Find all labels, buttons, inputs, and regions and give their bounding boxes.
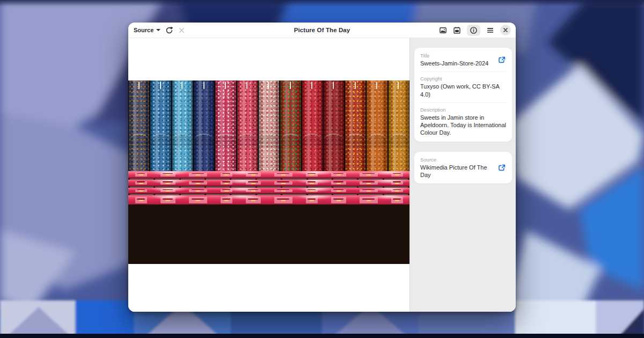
refresh-button[interactable]	[165, 26, 173, 34]
refresh-icon	[165, 26, 173, 34]
label-text-mark	[163, 189, 173, 190]
price-label	[160, 197, 175, 203]
tube-glass-reflection	[389, 80, 409, 171]
title-label: Title	[420, 53, 494, 58]
price-digits-mark	[395, 190, 399, 192]
shelf-row	[128, 186, 409, 193]
tube-glass-reflection	[194, 80, 214, 171]
calendar-button[interactable]	[453, 26, 461, 34]
price-digits-mark	[139, 183, 143, 184]
price-digits-mark	[336, 190, 341, 192]
price-digits-mark	[251, 200, 255, 201]
price-digits-mark	[251, 190, 255, 192]
tube-glass-reflection	[324, 80, 344, 171]
label-text-mark	[163, 199, 173, 200]
ceiling-light-glint	[311, 82, 312, 89]
open-title-link-button[interactable]	[497, 56, 506, 64]
open-source-link-button[interactable]	[497, 164, 506, 172]
label-text-mark	[192, 189, 204, 190]
price-label	[274, 173, 292, 177]
candy-tube	[215, 80, 236, 171]
candy-tube	[259, 80, 279, 171]
label-text-mark	[137, 181, 145, 182]
label-text-mark	[333, 181, 344, 182]
price-digits-mark	[281, 200, 286, 201]
price-digits-mark	[336, 200, 341, 201]
price-label	[306, 197, 318, 203]
price-digits-mark	[336, 174, 341, 175]
price-digits-mark	[196, 200, 200, 201]
price-label	[331, 189, 346, 192]
price-label	[160, 173, 175, 177]
source-value: Wikimedia Picture Of The Day	[420, 164, 494, 179]
label-text-mark	[362, 181, 375, 182]
source-dropdown-button[interactable]: Source	[134, 27, 160, 33]
candy-tube	[302, 80, 323, 171]
price-label	[360, 181, 378, 185]
tube-glass-reflection	[172, 80, 193, 171]
price-label	[274, 197, 292, 203]
window-close-button[interactable]	[500, 25, 511, 35]
price-digits-mark	[251, 174, 255, 175]
price-label	[246, 197, 261, 203]
label-text-mark	[308, 189, 316, 190]
price-digits-mark	[166, 174, 170, 175]
source-dropdown-label: Source	[134, 27, 153, 33]
label-text-mark	[248, 199, 259, 200]
ceiling-light-glint	[203, 82, 204, 89]
price-label	[274, 181, 292, 185]
close-icon	[503, 27, 508, 33]
shelf-row	[128, 178, 409, 186]
price-digits-mark	[251, 183, 255, 184]
label-text-mark	[393, 181, 401, 182]
price-digits-mark	[139, 190, 143, 192]
price-digits-mark	[139, 174, 143, 175]
candy-tube	[280, 80, 301, 171]
price-digits-mark	[367, 200, 371, 201]
label-text-mark	[222, 173, 230, 174]
label-text-mark	[308, 181, 316, 182]
price-label	[331, 173, 346, 177]
price-label	[246, 173, 261, 177]
candy-tube	[324, 80, 344, 171]
info-button[interactable]	[467, 25, 480, 36]
shelf-price-strip	[128, 188, 409, 193]
price-label	[221, 189, 232, 192]
label-text-mark	[393, 189, 401, 190]
info-icon	[470, 26, 478, 34]
label-text-mark	[222, 189, 230, 190]
label-text-mark	[333, 173, 344, 174]
label-text-mark	[277, 189, 290, 190]
price-label	[189, 197, 207, 203]
label-text-mark	[277, 199, 290, 200]
ceiling-light-glint	[376, 82, 377, 89]
price-digits-mark	[224, 183, 229, 184]
price-digits-mark	[395, 183, 399, 184]
picture-of-the-day-window: Source Picture Of The Day	[128, 23, 516, 312]
price-digits-mark	[224, 190, 229, 192]
tube-glass-reflection	[259, 80, 279, 171]
price-digits-mark	[310, 174, 314, 175]
price-label	[331, 197, 346, 203]
menu-button[interactable]	[486, 26, 494, 34]
cancel-button[interactable]	[178, 27, 185, 34]
price-digits-mark	[196, 190, 200, 192]
description-row: Description Sweets in Jamin store in Ape…	[420, 102, 506, 137]
candy-tube	[389, 80, 409, 171]
candy-tube	[150, 80, 171, 171]
price-label	[306, 181, 318, 185]
price-label	[306, 173, 318, 177]
price-label	[360, 189, 378, 192]
label-text-mark	[137, 199, 145, 200]
label-text-mark	[137, 189, 145, 190]
ceiling-light-glint	[355, 82, 356, 89]
price-label	[135, 197, 147, 203]
image-view-button[interactable]	[439, 26, 447, 34]
shelf-price-strip	[128, 195, 409, 204]
external-link-icon	[497, 164, 506, 172]
ceiling-light-glint	[290, 82, 291, 89]
label-text-mark	[362, 199, 375, 200]
price-label	[306, 189, 318, 192]
window-content: Title Sweets-Jamin-Store-2024 Copy	[128, 38, 516, 312]
price-digits-mark	[395, 174, 399, 175]
